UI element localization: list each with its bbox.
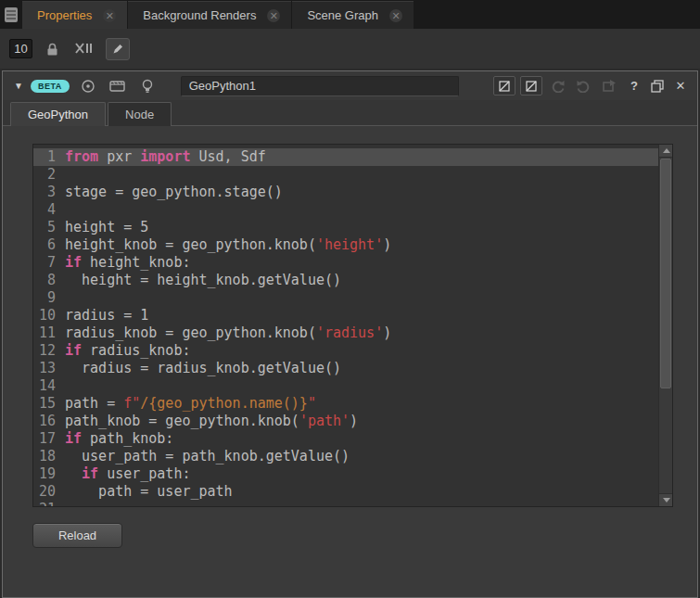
line-number: 17 (33, 430, 65, 448)
code-line[interactable]: 8 height = height_knob.getValue() (33, 272, 672, 289)
scrollbar-thumb[interactable] (660, 159, 671, 388)
header-buttons: ? ✕ (493, 76, 690, 95)
node-properties-panel: ▼ BETA (2, 70, 698, 598)
code-lines: 1from pxr import Usd, Sdf23stage = geo_p… (33, 145, 672, 507)
line-code: radius_knob = geo_python.knob('radius') (65, 324, 391, 342)
max-panels-input[interactable]: 10 (9, 39, 32, 58)
code-line[interactable]: 3stage = geo_python.stage() (33, 184, 672, 201)
line-number: 20 (33, 483, 65, 501)
line-number: 8 (33, 272, 65, 289)
node-tab-bar: GeoPython Node (3, 100, 697, 125)
tab-scene-graph-label: Scene Graph (307, 8, 378, 22)
close-icon[interactable]: ✕ (389, 9, 402, 22)
line-code: path_knob = geo_python.knob('path') (65, 413, 358, 430)
code-editor[interactable]: 1from pxr import Usd, Sdf23stage = geo_p… (32, 144, 673, 507)
tab-geopython[interactable]: GeoPython (10, 102, 106, 126)
line-code: stage = geo_python.stage() (65, 184, 283, 201)
tab-background-renders[interactable]: Background Renders ✕ (128, 1, 291, 29)
scroll-down-arrow-icon[interactable] (659, 493, 673, 506)
code-line[interactable]: 19 if user_path: (33, 465, 672, 483)
code-line[interactable]: 12if radius_knob: (33, 342, 672, 360)
close-panel-icon[interactable]: ✕ (671, 79, 690, 93)
line-number: 1 (33, 148, 65, 166)
line-number: 7 (33, 254, 65, 272)
lightbulb-icon[interactable] (136, 76, 159, 96)
code-line[interactable]: 15path = f"/{geo_python.name()}" (33, 395, 672, 413)
line-number: 9 (33, 289, 65, 307)
line-code: radius = radius_knob.getValue() (65, 360, 341, 377)
render-icon[interactable] (107, 76, 129, 96)
code-line[interactable]: 4 (33, 201, 672, 219)
float-panel-icon[interactable] (648, 80, 667, 93)
tab-background-renders-label: Background Renders (143, 8, 256, 22)
undo-icon (547, 76, 568, 95)
panel-menu-icon[interactable] (0, 0, 22, 29)
line-code: from pxr import Usd, Sdf (65, 148, 266, 166)
editor-footer: Reload (32, 507, 673, 563)
line-number: 5 (33, 219, 65, 236)
node-name-input[interactable] (181, 76, 459, 96)
tab-properties[interactable]: Properties ✕ (22, 1, 127, 29)
tab-properties-label: Properties (37, 8, 92, 22)
reload-button[interactable]: Reload (32, 523, 122, 548)
code-line[interactable]: 10radius = 1 (33, 307, 672, 324)
line-number: 6 (33, 236, 65, 254)
line-number: 16 (33, 413, 65, 430)
editor-scrollbar[interactable] (658, 145, 672, 506)
code-line[interactable]: 7if height_knob: (33, 254, 672, 272)
edit-pencil-icon[interactable] (106, 38, 130, 60)
code-line[interactable]: 13 radius = radius_knob.getValue() (33, 360, 672, 377)
code-line[interactable]: 11radius_knob = geo_python.knob('radius'… (33, 324, 672, 342)
line-number: 18 (33, 448, 65, 465)
close-icon[interactable]: ✕ (103, 9, 116, 22)
collapse-arrow-icon[interactable]: ▼ (14, 81, 23, 91)
line-code: user_path = path_knob.getValue() (65, 448, 350, 465)
code-line[interactable]: 5height = 5 (33, 219, 672, 236)
tab-node[interactable]: Node (108, 102, 172, 126)
code-line[interactable]: 18 user_path = path_knob.getValue() (33, 448, 672, 465)
close-all-panels-icon[interactable] (72, 40, 95, 57)
node-header: ▼ BETA (3, 71, 697, 100)
center-node-icon[interactable] (77, 76, 99, 96)
code-line[interactable]: 16path_knob = geo_python.knob('path') (33, 413, 672, 430)
line-code: path = f"/{geo_python.name()}" (65, 395, 316, 413)
line-number: 19 (33, 465, 65, 483)
line-code: if radius_knob: (65, 342, 190, 360)
scroll-up-arrow-icon[interactable] (659, 145, 673, 158)
line-number: 21 (33, 501, 65, 507)
line-number: 3 (33, 184, 65, 201)
line-number: 13 (33, 360, 65, 377)
line-code: height = 5 (65, 219, 148, 236)
code-line[interactable]: 6height_knob = geo_python.knob('height') (33, 236, 672, 254)
tab-scene-graph[interactable]: Scene Graph ✕ (292, 1, 414, 29)
tab-content: 1from pxr import Usd, Sdf23stage = geo_p… (3, 125, 697, 597)
line-number: 15 (33, 395, 65, 413)
close-icon[interactable]: ✕ (267, 9, 280, 22)
redo-icon (573, 76, 594, 95)
line-number: 12 (33, 342, 65, 360)
line-code: height = height_knob.getValue() (65, 272, 341, 289)
code-line[interactable]: 14 (33, 377, 672, 395)
help-button[interactable]: ? (625, 79, 643, 93)
line-number: 14 (33, 377, 65, 395)
code-line[interactable]: 1from pxr import Usd, Sdf (33, 148, 672, 166)
line-code: height_knob = geo_python.knob('height') (65, 236, 391, 254)
line-code: if user_path: (65, 465, 190, 483)
code-line[interactable]: 20 path = user_path (33, 483, 672, 501)
properties-toolbar: 10 (0, 29, 700, 69)
channel-swatch-icon[interactable] (493, 76, 515, 95)
code-line[interactable]: 9 (33, 289, 672, 307)
channel-swatch-icon[interactable] (520, 76, 542, 95)
line-number: 2 (33, 166, 65, 184)
panel-grip-icon (4, 6, 19, 23)
code-line[interactable]: 17if path_knob: (33, 430, 672, 448)
lock-icon[interactable] (44, 40, 61, 58)
code-line[interactable]: 2 (33, 166, 672, 184)
revert-icon (599, 76, 620, 95)
line-number: 11 (33, 324, 65, 342)
beta-badge: BETA (31, 80, 70, 93)
line-code: path = user_path (65, 483, 233, 501)
line-code: radius = 1 (65, 307, 148, 324)
line-code: if height_knob: (65, 254, 190, 272)
code-line[interactable]: 21 (33, 501, 672, 507)
